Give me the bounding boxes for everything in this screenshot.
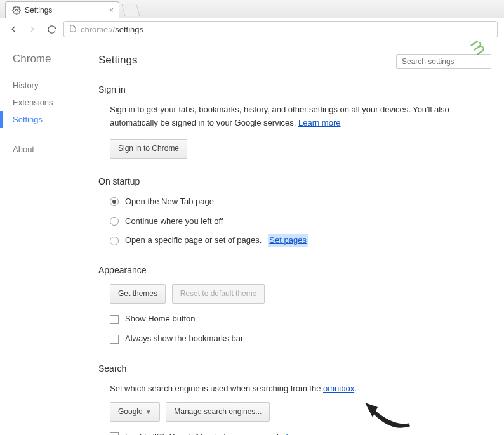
tab-bar: Settings × (0, 0, 504, 18)
chevron-down-icon: ▼ (145, 408, 152, 415)
sidebar: Chrome History Extensions Settings About (0, 41, 98, 435)
radio-continue-label: Continue where you left off (125, 215, 223, 228)
ok-google-learn-more-link[interactable]: Learn more (286, 432, 328, 435)
new-tab-button[interactable] (121, 4, 140, 16)
omnibox-link[interactable]: omnibox (323, 384, 354, 393)
back-button[interactable] (6, 22, 20, 36)
checkbox-ok-google[interactable] (110, 432, 119, 435)
signin-description: Sign in to get your tabs, bookmarks, his… (110, 105, 449, 127)
close-icon[interactable]: × (109, 6, 114, 15)
tab-title: Settings (25, 6, 52, 15)
page-title: Settings (98, 54, 137, 67)
radio-newtab-label: Open the New Tab page (125, 195, 214, 209)
signin-button[interactable]: Sign in to Chrome (110, 139, 187, 159)
toolbar: chrome://settings (0, 18, 504, 41)
search-engine-dropdown[interactable]: Google▼ (110, 402, 160, 422)
sidebar-item-about[interactable]: About (13, 141, 98, 158)
main-content: Settings Sign in Sign in to get your tab… (98, 41, 504, 435)
checkbox-bookmarks-bar[interactable] (110, 335, 119, 344)
svg-point-0 (15, 9, 18, 11)
sidebar-item-settings[interactable]: Settings (0, 111, 98, 128)
tab-settings[interactable]: Settings × (5, 1, 119, 18)
search-description: Set which search engine is used when sea… (110, 384, 323, 393)
forward-button[interactable] (25, 22, 39, 36)
sidebar-item-extensions[interactable]: Extensions (13, 94, 98, 111)
address-bar[interactable]: chrome://settings (63, 21, 498, 37)
radio-specific[interactable] (110, 237, 119, 245)
section-startup-title: On startup (98, 176, 491, 186)
signin-learn-more-link[interactable]: Learn more (298, 118, 340, 127)
radio-newtab[interactable] (110, 197, 119, 206)
checkbox-bookmarks-label: Always show the bookmarks bar (125, 332, 243, 346)
section-search-title: Search (98, 363, 491, 373)
section-appearance-title: Appearance (98, 265, 491, 275)
sidebar-title: Chrome (13, 53, 98, 65)
reset-theme-button[interactable]: Reset to default theme (172, 284, 265, 304)
radio-specific-label: Open a specific page or set of pages. (125, 234, 262, 247)
checkbox-ok-google-label: Enable "Ok Google" to start a voice sear… (125, 431, 328, 435)
radio-continue[interactable] (110, 217, 119, 226)
manage-search-engines-button[interactable]: Manage search engines... (166, 402, 270, 422)
checkbox-home-button[interactable] (110, 315, 119, 324)
sidebar-item-history[interactable]: History (13, 77, 98, 94)
search-settings-input[interactable] (396, 54, 491, 69)
page-icon (69, 25, 77, 34)
gear-icon (12, 6, 21, 15)
url-text: chrome://settings (81, 25, 143, 34)
set-pages-link[interactable]: Set pages (268, 234, 308, 247)
checkbox-home-label: Show Home button (125, 313, 196, 326)
section-signin-title: Sign in (98, 84, 491, 94)
get-themes-button[interactable]: Get themes (110, 284, 166, 304)
reload-button[interactable] (44, 22, 58, 36)
